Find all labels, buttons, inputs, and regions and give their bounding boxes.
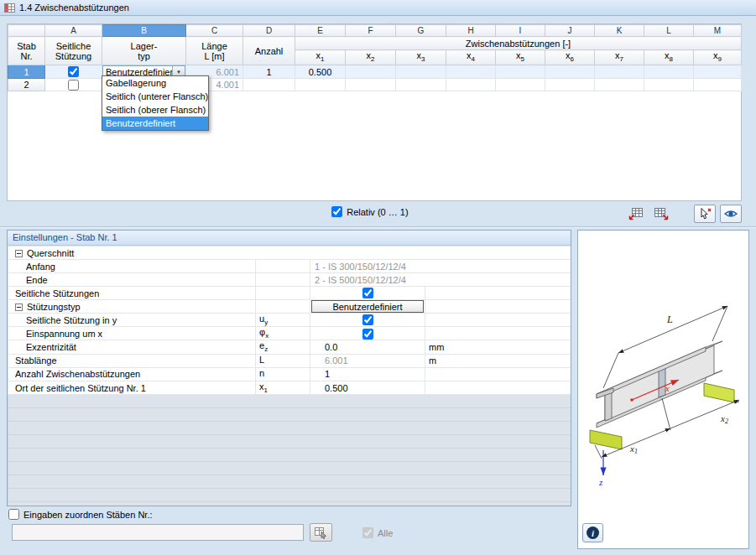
cell-x5-1[interactable]: [496, 65, 545, 79]
assign-pick-button[interactable]: [310, 523, 332, 542]
seitliche-checkbox-2[interactable]: [68, 80, 79, 91]
col-letter-C[interactable]: C: [186, 25, 243, 37]
cell-x6-1[interactable]: [545, 65, 595, 79]
table-footer-bar: Relativ (0 … 1): [7, 201, 742, 226]
dropdown-option-benutzerdefiniert[interactable]: Benutzerdefiniert: [102, 117, 208, 130]
ez-value[interactable]: 0.0: [310, 340, 425, 354]
col-letter-G[interactable]: G: [396, 25, 446, 37]
alle-label: Alle: [378, 528, 393, 538]
cell-x2-1[interactable]: [346, 65, 396, 79]
col-letter-K[interactable]: K: [595, 25, 644, 37]
cell-x2-2[interactable]: [346, 79, 396, 91]
phix-checkbox[interactable]: [362, 329, 373, 340]
ez-unit: mm: [425, 340, 571, 354]
dropdown-option-seitlich-oberer-flansch[interactable]: Seitlich (oberer Flansch): [102, 103, 208, 117]
support-near: [590, 430, 622, 449]
col-letter-H[interactable]: H: [446, 25, 496, 37]
col-letter-I[interactable]: I: [496, 25, 545, 37]
settings-row-stuetzungstyp-group: Stützungstyp Benutzerdefiniert: [8, 300, 571, 314]
cell-anzahl-2[interactable]: [243, 79, 295, 91]
label-length: L: [666, 314, 673, 325]
col-letter-F[interactable]: F: [346, 25, 396, 37]
stuetzungstyp-button[interactable]: Benutzerdefiniert: [311, 300, 424, 313]
anzahl-value[interactable]: 1: [310, 367, 425, 381]
header-x5: x5: [496, 50, 545, 65]
cell-x9-2[interactable]: [694, 79, 742, 91]
row-label: Ort der seitlichen Stützung Nr. 1: [8, 381, 256, 394]
group-label: Querschnitt: [27, 248, 74, 258]
col-letter-J[interactable]: J: [545, 25, 595, 37]
settings-row-stablaenge: Stablänge L 6.001 m: [8, 354, 571, 367]
beam-preview-diagram: L x z x1 x2: [578, 264, 750, 516]
cell-x7-2[interactable]: [595, 79, 644, 91]
header-x1: x1: [295, 50, 346, 65]
ort-value[interactable]: 0.500: [310, 381, 425, 394]
collapse-icon[interactable]: [15, 250, 23, 257]
settings-empty-row: [8, 475, 571, 489]
settings-row-anzahl: Anzahl Zwischenabstützungen n 1: [8, 367, 571, 381]
header-x4: x4: [446, 50, 496, 65]
cell-x1-1[interactable]: 0.500: [295, 65, 346, 79]
cell-x6-2[interactable]: [545, 79, 595, 91]
dropdown-option-seitlich-unterer-flansch[interactable]: Seitlich (unterer Flansch): [102, 90, 208, 103]
seitliche-checkbox-1[interactable]: [68, 66, 79, 77]
assign-label: Eingaben zuordnen Stäben Nr.:: [23, 510, 153, 520]
supports-table-area: A B C D E F G H I J K L M StabNr. Seitli…: [7, 23, 742, 201]
settings-empty-row: [8, 489, 571, 502]
cell-x7-1[interactable]: [595, 65, 644, 79]
settings-row-ende: Ende 2 - IS 500/150/12/12/4: [8, 273, 571, 287]
settings-row-querschnitt-group: Querschnitt: [8, 246, 571, 260]
col-letter-D[interactable]: D: [243, 25, 295, 37]
pick-in-graphic-button[interactable]: [694, 205, 716, 223]
cell-anzahl-1[interactable]: 1: [243, 65, 295, 79]
col-letter-M[interactable]: M: [694, 25, 742, 37]
collapse-icon[interactable]: [15, 303, 23, 311]
table-module-icon: [4, 3, 15, 13]
row-label: Exzentrizität: [8, 340, 256, 354]
alle-checkbox[interactable]: [362, 527, 373, 538]
row-header-2[interactable]: 2: [8, 79, 45, 91]
label-x1: x1: [629, 443, 638, 455]
pick-table-icon: [314, 526, 328, 539]
assign-members-input[interactable]: [12, 524, 304, 541]
assign-checkbox[interactable]: [8, 509, 19, 520]
col-letter-A[interactable]: A: [45, 25, 102, 37]
export-table-button[interactable]: [624, 205, 646, 223]
relativ-checkbox[interactable]: [331, 206, 342, 217]
import-table-button[interactable]: [650, 205, 672, 223]
settings-title: Einstellungen - Stab Nr. 1: [8, 231, 571, 246]
view-button[interactable]: [720, 205, 742, 223]
cell-x3-2[interactable]: [396, 79, 446, 91]
cell-x4-1[interactable]: [446, 65, 496, 79]
col-letter-L[interactable]: L: [644, 25, 694, 37]
intermediate-support-stiffener: [659, 367, 665, 397]
cell-x4-2[interactable]: [446, 79, 496, 91]
cell-x8-1[interactable]: [644, 65, 694, 79]
cell-seitliche-2[interactable]: [45, 79, 102, 91]
info-button[interactable]: i: [582, 523, 603, 542]
cell-x5-2[interactable]: [496, 79, 545, 91]
uy-checkbox[interactable]: [362, 314, 373, 325]
seitliche-stuetzungen-checkbox[interactable]: [362, 288, 373, 298]
row-label: Einspannung um x: [8, 327, 256, 340]
col-letter-E[interactable]: E: [295, 25, 346, 37]
row-label: Ende: [8, 273, 256, 287]
label-x2: x2: [720, 413, 728, 425]
assign-row: Eingaben zuordnen Stäben Nr.:: [8, 509, 153, 520]
row-header-1[interactable]: 1: [8, 65, 45, 79]
grid-corner[interactable]: [8, 25, 45, 37]
settings-empty-row: [8, 449, 571, 462]
cell-x1-2[interactable]: [295, 79, 346, 91]
stablaenge-unit: m: [425, 354, 571, 367]
dropdown-option-gabellagerung[interactable]: Gabellagerung: [102, 76, 208, 90]
header-x6: x6: [545, 50, 595, 65]
settings-panel: Einstellungen - Stab Nr. 1 Querschnitt A…: [7, 230, 571, 506]
cell-x3-1[interactable]: [396, 65, 446, 79]
dialog-title: 1.4 Zwischenabstützungen: [19, 3, 129, 13]
cell-x8-2[interactable]: [644, 79, 694, 91]
col-letter-B[interactable]: B: [102, 25, 186, 37]
cell-seitliche-1[interactable]: [45, 65, 102, 79]
settings-empty-row: [8, 502, 571, 506]
settings-row-exzentrizitaet: Exzentrizität ez 0.0 mm: [8, 340, 571, 354]
cell-x9-1[interactable]: [694, 65, 742, 79]
